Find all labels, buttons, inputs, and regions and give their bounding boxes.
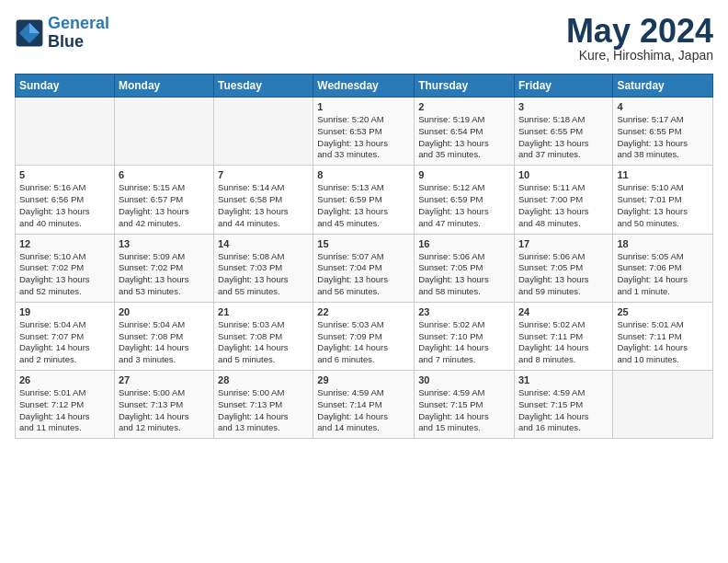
day-number: 13 [119, 238, 210, 249]
calendar-table: SundayMondayTuesdayWednesdayThursdayFrid… [15, 74, 713, 439]
day-number: 22 [317, 306, 410, 317]
calendar-cell: 18Sunrise: 5:05 AM Sunset: 7:06 PM Dayli… [613, 234, 713, 302]
calendar-cell: 15Sunrise: 5:07 AM Sunset: 7:04 PM Dayli… [313, 234, 415, 302]
day-info: Sunrise: 5:07 AM Sunset: 7:04 PM Dayligh… [317, 251, 410, 298]
calendar-cell: 5Sunrise: 5:16 AM Sunset: 6:56 PM Daylig… [16, 166, 115, 234]
day-info: Sunrise: 5:05 AM Sunset: 7:06 PM Dayligh… [617, 251, 709, 298]
day-number: 21 [218, 306, 309, 317]
day-number: 17 [518, 238, 609, 249]
day-number: 30 [418, 374, 510, 385]
day-info: Sunrise: 5:18 AM Sunset: 6:55 PM Dayligh… [518, 114, 609, 161]
day-number: 28 [218, 374, 309, 385]
day-info: Sunrise: 5:01 AM Sunset: 7:11 PM Dayligh… [617, 319, 709, 366]
page-header: General Blue May 2024 Kure, Hiroshima, J… [15, 15, 713, 63]
calendar-cell: 31Sunrise: 4:59 AM Sunset: 7:15 PM Dayli… [514, 371, 612, 439]
day-number: 20 [119, 306, 210, 317]
day-number: 2 [418, 101, 510, 112]
day-number: 8 [317, 169, 410, 180]
day-number: 29 [317, 374, 410, 385]
day-info: Sunrise: 5:15 AM Sunset: 6:57 PM Dayligh… [119, 182, 210, 229]
day-info: Sunrise: 5:12 AM Sunset: 6:59 PM Dayligh… [418, 182, 510, 229]
day-number: 16 [418, 238, 510, 249]
week-row-1: 1Sunrise: 5:20 AM Sunset: 6:53 PM Daylig… [16, 98, 713, 166]
week-row-3: 12Sunrise: 5:10 AM Sunset: 7:02 PM Dayli… [16, 234, 713, 302]
day-number: 23 [418, 306, 510, 317]
weekday-header-thursday: Thursday [415, 75, 515, 98]
calendar-cell: 25Sunrise: 5:01 AM Sunset: 7:11 PM Dayli… [613, 302, 713, 370]
calendar-cell: 17Sunrise: 5:06 AM Sunset: 7:05 PM Dayli… [514, 234, 612, 302]
day-info: Sunrise: 4:59 AM Sunset: 7:15 PM Dayligh… [418, 387, 510, 434]
calendar-cell: 11Sunrise: 5:10 AM Sunset: 7:01 PM Dayli… [613, 166, 713, 234]
weekday-header-friday: Friday [514, 75, 612, 98]
day-info: Sunrise: 5:08 AM Sunset: 7:03 PM Dayligh… [218, 251, 309, 298]
day-info: Sunrise: 5:03 AM Sunset: 7:08 PM Dayligh… [218, 319, 309, 366]
day-info: Sunrise: 5:17 AM Sunset: 6:55 PM Dayligh… [617, 114, 709, 161]
calendar-cell [214, 98, 313, 166]
calendar-cell: 16Sunrise: 5:06 AM Sunset: 7:05 PM Dayli… [415, 234, 515, 302]
day-number: 3 [518, 101, 609, 112]
day-info: Sunrise: 5:04 AM Sunset: 7:08 PM Dayligh… [119, 319, 210, 366]
calendar-cell: 29Sunrise: 4:59 AM Sunset: 7:14 PM Dayli… [313, 371, 415, 439]
logo: General Blue [15, 15, 109, 52]
day-info: Sunrise: 5:00 AM Sunset: 7:13 PM Dayligh… [119, 387, 210, 434]
day-info: Sunrise: 5:13 AM Sunset: 6:59 PM Dayligh… [317, 182, 410, 229]
calendar-cell: 8Sunrise: 5:13 AM Sunset: 6:59 PM Daylig… [313, 166, 415, 234]
day-info: Sunrise: 5:00 AM Sunset: 7:13 PM Dayligh… [218, 387, 309, 434]
calendar-cell: 22Sunrise: 5:03 AM Sunset: 7:09 PM Dayli… [313, 302, 415, 370]
day-info: Sunrise: 5:02 AM Sunset: 7:10 PM Dayligh… [418, 319, 510, 366]
day-number: 15 [317, 238, 410, 249]
calendar-cell: 24Sunrise: 5:02 AM Sunset: 7:11 PM Dayli… [514, 302, 612, 370]
calendar-cell: 10Sunrise: 5:11 AM Sunset: 7:00 PM Dayli… [514, 166, 612, 234]
week-row-2: 5Sunrise: 5:16 AM Sunset: 6:56 PM Daylig… [16, 166, 713, 234]
day-number: 7 [218, 169, 309, 180]
day-info: Sunrise: 5:10 AM Sunset: 7:01 PM Dayligh… [617, 182, 709, 229]
week-row-5: 26Sunrise: 5:01 AM Sunset: 7:12 PM Dayli… [16, 371, 713, 439]
calendar-cell: 6Sunrise: 5:15 AM Sunset: 6:57 PM Daylig… [114, 166, 213, 234]
calendar-cell: 23Sunrise: 5:02 AM Sunset: 7:10 PM Dayli… [415, 302, 515, 370]
calendar-cell [114, 98, 213, 166]
day-number: 11 [617, 169, 709, 180]
calendar-cell: 2Sunrise: 5:19 AM Sunset: 6:54 PM Daylig… [415, 98, 515, 166]
day-number: 9 [418, 169, 510, 180]
calendar-cell: 9Sunrise: 5:12 AM Sunset: 6:59 PM Daylig… [415, 166, 515, 234]
day-number: 27 [119, 374, 210, 385]
title-block: May 2024 Kure, Hiroshima, Japan [566, 15, 713, 63]
day-info: Sunrise: 5:06 AM Sunset: 7:05 PM Dayligh… [518, 251, 609, 298]
day-info: Sunrise: 5:02 AM Sunset: 7:11 PM Dayligh… [518, 319, 609, 366]
day-number: 18 [617, 238, 709, 249]
day-info: Sunrise: 5:01 AM Sunset: 7:12 PM Dayligh… [19, 387, 110, 434]
logo-icon [15, 18, 44, 48]
day-number: 12 [19, 238, 110, 249]
calendar-cell: 20Sunrise: 5:04 AM Sunset: 7:08 PM Dayli… [114, 302, 213, 370]
calendar-cell: 1Sunrise: 5:20 AM Sunset: 6:53 PM Daylig… [313, 98, 415, 166]
day-number: 1 [317, 101, 410, 112]
day-info: Sunrise: 5:14 AM Sunset: 6:58 PM Dayligh… [218, 182, 309, 229]
weekday-header-saturday: Saturday [613, 75, 713, 98]
calendar-cell [613, 371, 713, 439]
calendar-cell: 19Sunrise: 5:04 AM Sunset: 7:07 PM Dayli… [16, 302, 115, 370]
logo-text: General Blue [48, 15, 109, 52]
calendar-cell: 26Sunrise: 5:01 AM Sunset: 7:12 PM Dayli… [16, 371, 115, 439]
weekday-header-sunday: Sunday [16, 75, 115, 98]
weekday-header-row: SundayMondayTuesdayWednesdayThursdayFrid… [16, 75, 713, 98]
location: Kure, Hiroshima, Japan [566, 48, 713, 63]
calendar-cell: 13Sunrise: 5:09 AM Sunset: 7:02 PM Dayli… [114, 234, 213, 302]
day-number: 24 [518, 306, 609, 317]
day-info: Sunrise: 5:06 AM Sunset: 7:05 PM Dayligh… [418, 251, 510, 298]
calendar-cell: 3Sunrise: 5:18 AM Sunset: 6:55 PM Daylig… [514, 98, 612, 166]
day-info: Sunrise: 5:19 AM Sunset: 6:54 PM Dayligh… [418, 114, 510, 161]
calendar-cell: 12Sunrise: 5:10 AM Sunset: 7:02 PM Dayli… [16, 234, 115, 302]
weekday-header-tuesday: Tuesday [214, 75, 313, 98]
weekday-header-monday: Monday [114, 75, 213, 98]
day-number: 14 [218, 238, 309, 249]
day-info: Sunrise: 5:16 AM Sunset: 6:56 PM Dayligh… [19, 182, 110, 229]
day-number: 25 [617, 306, 709, 317]
day-info: Sunrise: 5:11 AM Sunset: 7:00 PM Dayligh… [518, 182, 609, 229]
month-title: May 2024 [566, 15, 713, 48]
calendar-cell: 28Sunrise: 5:00 AM Sunset: 7:13 PM Dayli… [214, 371, 313, 439]
day-number: 26 [19, 374, 110, 385]
day-info: Sunrise: 4:59 AM Sunset: 7:15 PM Dayligh… [518, 387, 609, 434]
day-number: 6 [119, 169, 210, 180]
week-row-4: 19Sunrise: 5:04 AM Sunset: 7:07 PM Dayli… [16, 302, 713, 370]
calendar-cell: 7Sunrise: 5:14 AM Sunset: 6:58 PM Daylig… [214, 166, 313, 234]
